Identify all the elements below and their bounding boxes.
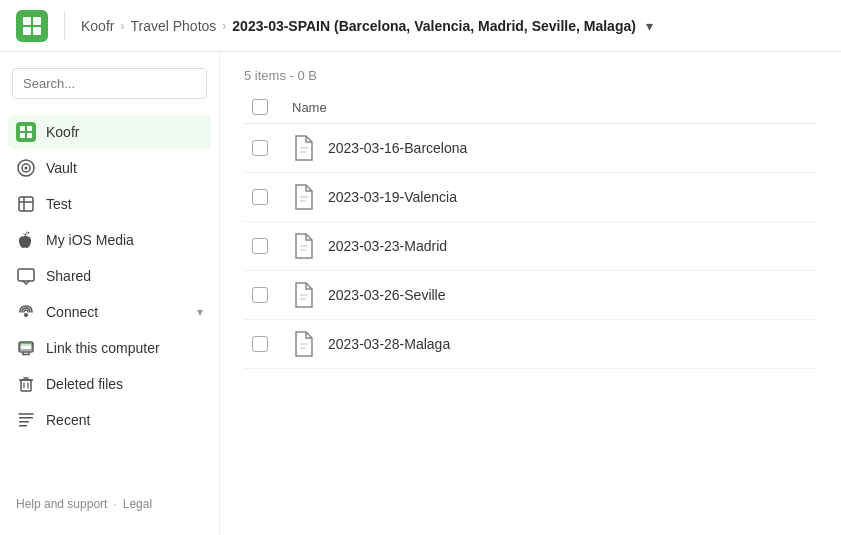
svg-rect-16 — [18, 269, 34, 281]
table-row[interactable]: 2023-03-19-Valencia — [244, 173, 817, 222]
file-name-text-2: 2023-03-23-Madrid — [328, 238, 447, 254]
sidebar-label-vault: Vault — [46, 160, 77, 176]
svg-rect-1 — [23, 17, 31, 25]
sidebar-footer: Help and support · Legal — [0, 485, 219, 519]
search-input[interactable] — [12, 68, 207, 99]
apple-icon — [16, 230, 36, 250]
file-table: Name 2023-03-16-Barcelona — [244, 91, 817, 369]
topbar: Koofr › Travel Photos › 2023-03-SPAIN (B… — [0, 0, 841, 52]
svg-rect-25 — [19, 417, 33, 419]
help-support-link[interactable]: Help and support — [16, 497, 107, 511]
row-checkbox-cell — [244, 173, 280, 222]
file-table-body: 2023-03-16-Barcelona 2023-03-19-Valencia — [244, 124, 817, 369]
sidebar-label-deleted: Deleted files — [46, 376, 123, 392]
recent-icon — [16, 410, 36, 430]
row-name-cell: 2023-03-28-Malaga — [280, 320, 817, 369]
svg-rect-20 — [20, 342, 32, 346]
row-name-cell: 2023-03-26-Seville — [280, 271, 817, 320]
row-checkbox-cell — [244, 222, 280, 271]
table-row[interactable]: 2023-03-16-Barcelona — [244, 124, 817, 173]
sidebar-label-connect: Connect — [46, 304, 98, 320]
file-name-link-3[interactable]: 2023-03-26-Seville — [292, 281, 805, 309]
svg-point-12 — [25, 167, 28, 170]
content-area: 5 items - 0 B Name — [220, 52, 841, 535]
sidebar-item-ios[interactable]: My iOS Media — [8, 223, 211, 257]
name-column-header: Name — [280, 91, 817, 124]
svg-point-17 — [24, 313, 28, 317]
sidebar-item-connect[interactable]: Connect ▾ — [8, 295, 211, 329]
file-name-link-1[interactable]: 2023-03-19-Valencia — [292, 183, 805, 211]
folder-icon — [292, 134, 316, 162]
breadcrumb-travel-photos[interactable]: Travel Photos — [130, 18, 216, 34]
checkbox-header — [244, 91, 280, 124]
app-logo[interactable] — [16, 10, 48, 42]
folder-icon — [292, 330, 316, 358]
sidebar-nav: Koofr Vault — [0, 115, 219, 485]
file-name-text-0: 2023-03-16-Barcelona — [328, 140, 467, 156]
table-row[interactable]: 2023-03-23-Madrid — [244, 222, 817, 271]
row-name-cell: 2023-03-23-Madrid — [280, 222, 817, 271]
folder-icon — [292, 232, 316, 260]
svg-rect-0 — [16, 10, 48, 42]
file-name-link-4[interactable]: 2023-03-28-Malaga — [292, 330, 805, 358]
sidebar-item-test[interactable]: Test — [8, 187, 211, 221]
breadcrumb-koofr[interactable]: Koofr — [81, 18, 114, 34]
sidebar-item-recent[interactable]: Recent — [8, 403, 211, 437]
svg-rect-26 — [19, 421, 29, 423]
row-name-cell: 2023-03-19-Valencia — [280, 173, 817, 222]
link-icon — [16, 338, 36, 358]
sidebar-label-recent: Recent — [46, 412, 90, 428]
row-checkbox-0[interactable] — [252, 140, 268, 156]
breadcrumb-arrow-1: › — [120, 19, 124, 33]
sidebar-item-koofr[interactable]: Koofr — [8, 115, 211, 149]
file-name-text-4: 2023-03-28-Malaga — [328, 336, 450, 352]
svg-rect-4 — [33, 27, 41, 35]
search-container — [0, 68, 219, 115]
svg-rect-13 — [19, 197, 33, 211]
sidebar-label-link: Link this computer — [46, 340, 160, 356]
table-row[interactable]: 2023-03-28-Malaga — [244, 320, 817, 369]
svg-rect-7 — [27, 126, 32, 131]
sidebar-item-vault[interactable]: Vault — [8, 151, 211, 185]
topbar-separator — [64, 12, 65, 40]
row-checkbox-cell — [244, 271, 280, 320]
svg-rect-21 — [21, 380, 31, 391]
breadcrumb-arrow-2: › — [222, 19, 226, 33]
breadcrumb: Koofr › Travel Photos › 2023-03-SPAIN (B… — [81, 18, 653, 34]
row-checkbox-2[interactable] — [252, 238, 268, 254]
legal-link[interactable]: Legal — [123, 497, 152, 511]
sidebar-item-link[interactable]: Link this computer — [8, 331, 211, 365]
sidebar-label-ios: My iOS Media — [46, 232, 134, 248]
content-summary: 5 items - 0 B — [220, 52, 841, 91]
folder-icon — [292, 183, 316, 211]
sidebar-item-shared[interactable]: Shared — [8, 259, 211, 293]
sidebar-item-deleted[interactable]: Deleted files — [8, 367, 211, 401]
row-name-cell: 2023-03-16-Barcelona — [280, 124, 817, 173]
koofr-icon — [16, 122, 36, 142]
row-checkbox-3[interactable] — [252, 287, 268, 303]
file-name-text-3: 2023-03-26-Seville — [328, 287, 446, 303]
sidebar-label-koofr: Koofr — [46, 124, 79, 140]
breadcrumb-dropdown-icon[interactable]: ▾ — [646, 18, 653, 34]
chevron-down-icon: ▾ — [197, 305, 203, 319]
svg-rect-8 — [20, 133, 25, 138]
row-checkbox-1[interactable] — [252, 189, 268, 205]
svg-rect-6 — [20, 126, 25, 131]
row-checkbox-4[interactable] — [252, 336, 268, 352]
file-name-link-0[interactable]: 2023-03-16-Barcelona — [292, 134, 805, 162]
file-name-link-2[interactable]: 2023-03-23-Madrid — [292, 232, 805, 260]
svg-rect-2 — [33, 17, 41, 25]
trash-icon — [16, 374, 36, 394]
row-checkbox-cell — [244, 124, 280, 173]
folder-icon — [292, 281, 316, 309]
sidebar: Koofr Vault — [0, 52, 220, 535]
test-icon — [16, 194, 36, 214]
breadcrumb-current[interactable]: 2023-03-SPAIN (Barcelona, Valencia, Madr… — [232, 18, 636, 34]
table-row[interactable]: 2023-03-26-Seville — [244, 271, 817, 320]
table-header-row: Name — [244, 91, 817, 124]
sidebar-label-shared: Shared — [46, 268, 91, 284]
select-all-checkbox[interactable] — [252, 99, 268, 115]
svg-rect-9 — [27, 133, 32, 138]
sidebar-label-test: Test — [46, 196, 72, 212]
vault-icon — [16, 158, 36, 178]
